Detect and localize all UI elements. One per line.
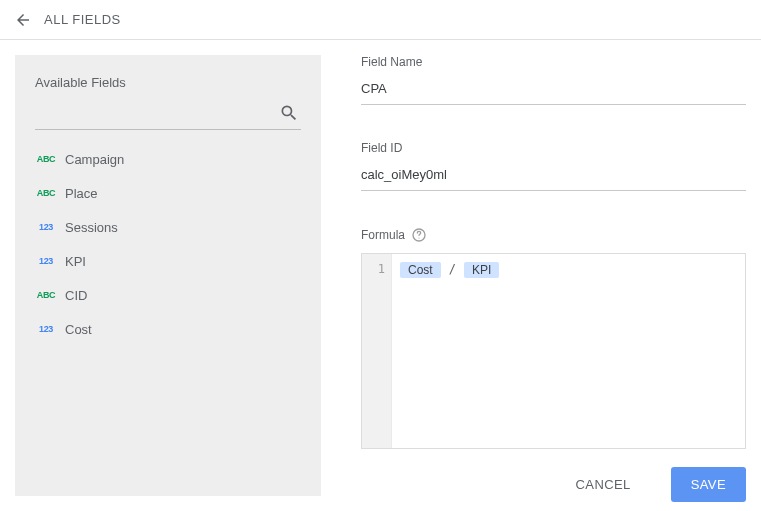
field-item-label: CID xyxy=(65,288,87,303)
number-type-icon: 123 xyxy=(37,222,55,232)
text-type-icon: ABC xyxy=(37,154,55,164)
field-item-cid[interactable]: ABC CID xyxy=(35,278,301,312)
line-gutter: 1 xyxy=(362,254,392,448)
number-type-icon: 123 xyxy=(37,256,55,266)
field-item-label: Place xyxy=(65,186,98,201)
available-fields-title: Available Fields xyxy=(35,75,301,90)
formula-operator: / xyxy=(447,262,458,276)
field-id-label: Field ID xyxy=(361,141,746,155)
field-item-label: Campaign xyxy=(65,152,124,167)
cancel-button[interactable]: CANCEL xyxy=(556,467,651,502)
field-id-input-wrap xyxy=(361,161,746,191)
page-title: ALL FIELDS xyxy=(44,12,121,27)
formula-label-row: Formula xyxy=(361,227,746,243)
field-item-sessions[interactable]: 123 Sessions xyxy=(35,210,301,244)
search-input[interactable] xyxy=(35,96,301,129)
field-id-input[interactable] xyxy=(361,167,746,182)
formula-token-kpi[interactable]: KPI xyxy=(464,262,499,278)
field-item-label: Cost xyxy=(65,322,92,337)
field-item-place[interactable]: ABC Place xyxy=(35,176,301,210)
text-type-icon: ABC xyxy=(37,290,55,300)
field-name-section: Field Name xyxy=(361,55,746,105)
formula-token-cost[interactable]: Cost xyxy=(400,262,441,278)
back-arrow-icon[interactable] xyxy=(12,11,34,29)
page-header: ALL FIELDS xyxy=(0,0,761,40)
field-item-label: Sessions xyxy=(65,220,118,235)
editor-panel: Field Name Field ID Formula 1 xyxy=(361,55,746,496)
field-item-campaign[interactable]: ABC Campaign xyxy=(35,142,301,176)
help-icon[interactable] xyxy=(411,227,427,243)
search-icon[interactable] xyxy=(279,103,299,123)
save-button[interactable]: SAVE xyxy=(671,467,746,502)
field-list: ABC Campaign ABC Place 123 Sessions 123 … xyxy=(35,142,301,346)
number-type-icon: 123 xyxy=(37,324,55,334)
field-name-label: Field Name xyxy=(361,55,746,69)
field-item-cost[interactable]: 123 Cost xyxy=(35,312,301,346)
formula-section: Formula 1 Cost / KPI xyxy=(361,227,746,449)
search-row xyxy=(35,96,301,130)
text-type-icon: ABC xyxy=(37,188,55,198)
line-number: 1 xyxy=(362,262,385,276)
field-id-section: Field ID xyxy=(361,141,746,191)
available-fields-panel: Available Fields ABC Campaign ABC Place … xyxy=(15,55,321,496)
formula-editor[interactable]: 1 Cost / KPI xyxy=(361,253,746,449)
svg-point-1 xyxy=(418,237,419,238)
field-name-input[interactable] xyxy=(361,81,746,96)
action-buttons: CANCEL SAVE xyxy=(361,467,746,502)
field-item-label: KPI xyxy=(65,254,86,269)
formula-label: Formula xyxy=(361,228,405,242)
field-name-input-wrap xyxy=(361,75,746,105)
formula-content[interactable]: Cost / KPI xyxy=(392,254,507,448)
content-area: Available Fields ABC Campaign ABC Place … xyxy=(0,40,761,511)
field-item-kpi[interactable]: 123 KPI xyxy=(35,244,301,278)
